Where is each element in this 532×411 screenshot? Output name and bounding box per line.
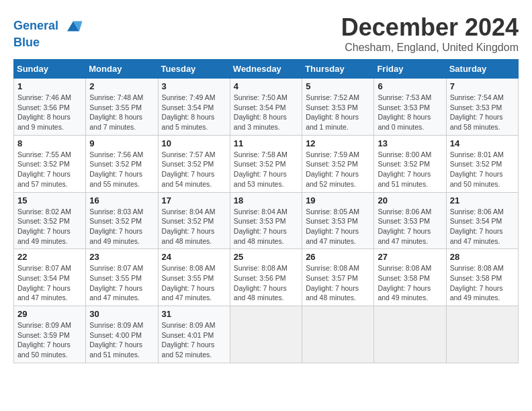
day-number: 7 <box>450 81 515 91</box>
logo-text: General <box>13 16 83 36</box>
calendar-day-cell: 2Sunrise: 7:48 AM Sunset: 3:55 PM Daylig… <box>86 79 158 136</box>
day-detail: Sunrise: 8:09 AM Sunset: 4:00 PM Dayligh… <box>89 320 154 360</box>
day-number: 21 <box>450 195 515 205</box>
calendar-day-cell: 17Sunrise: 8:04 AM Sunset: 3:52 PM Dayli… <box>158 192 230 249</box>
day-detail: Sunrise: 8:00 AM Sunset: 3:52 PM Dayligh… <box>378 150 442 189</box>
calendar-day-cell: 4Sunrise: 7:50 AM Sunset: 3:54 PM Daylig… <box>230 79 302 136</box>
day-detail: Sunrise: 8:07 AM Sunset: 3:54 PM Dayligh… <box>17 263 82 303</box>
day-detail: Sunrise: 7:54 AM Sunset: 3:53 PM Dayligh… <box>450 93 515 132</box>
day-number: 22 <box>17 252 82 262</box>
day-number: 1 <box>17 81 82 91</box>
day-detail: Sunrise: 7:48 AM Sunset: 3:55 PM Dayligh… <box>89 93 154 132</box>
day-number: 18 <box>234 195 298 205</box>
day-detail: Sunrise: 8:09 AM Sunset: 4:01 PM Dayligh… <box>162 320 226 360</box>
day-detail: Sunrise: 7:53 AM Sunset: 3:53 PM Dayligh… <box>378 93 442 132</box>
day-number: 25 <box>234 252 298 262</box>
day-detail: Sunrise: 8:06 AM Sunset: 3:53 PM Dayligh… <box>378 207 442 246</box>
calendar-day-cell: 6Sunrise: 7:53 AM Sunset: 3:53 PM Daylig… <box>374 79 446 136</box>
calendar-day-cell: 23Sunrise: 8:07 AM Sunset: 3:55 PM Dayli… <box>86 249 158 306</box>
day-detail: Sunrise: 7:50 AM Sunset: 3:54 PM Dayligh… <box>234 93 298 132</box>
calendar-day-cell: 19Sunrise: 8:05 AM Sunset: 3:53 PM Dayli… <box>302 192 374 249</box>
calendar-day-cell: 5Sunrise: 7:52 AM Sunset: 3:53 PM Daylig… <box>302 79 374 136</box>
day-detail: Sunrise: 8:08 AM Sunset: 3:57 PM Dayligh… <box>306 263 370 303</box>
calendar-day-cell: 1Sunrise: 7:46 AM Sunset: 3:56 PM Daylig… <box>14 79 86 136</box>
calendar-subtitle: Chesham, England, United Kingdom <box>341 42 519 54</box>
day-number: 23 <box>89 252 154 262</box>
calendar-day-cell: 8Sunrise: 7:55 AM Sunset: 3:52 PM Daylig… <box>14 135 86 192</box>
day-number: 10 <box>162 138 226 148</box>
day-detail: Sunrise: 8:02 AM Sunset: 3:52 PM Dayligh… <box>17 207 82 246</box>
calendar-day-cell: 15Sunrise: 8:02 AM Sunset: 3:52 PM Dayli… <box>14 192 86 249</box>
day-of-week-header: Saturday <box>446 60 518 79</box>
day-detail: Sunrise: 8:08 AM Sunset: 3:56 PM Dayligh… <box>234 263 298 303</box>
day-number: 19 <box>306 195 370 205</box>
day-detail: Sunrise: 7:56 AM Sunset: 3:52 PM Dayligh… <box>89 150 154 189</box>
header-row: SundayMondayTuesdayWednesdayThursdayFrid… <box>14 60 519 79</box>
calendar-day-cell: 27Sunrise: 8:08 AM Sunset: 3:58 PM Dayli… <box>374 249 446 306</box>
calendar-day-cell: 22Sunrise: 8:07 AM Sunset: 3:54 PM Dayli… <box>14 249 86 306</box>
day-number: 15 <box>17 195 82 205</box>
day-detail: Sunrise: 8:06 AM Sunset: 3:54 PM Dayligh… <box>450 207 515 246</box>
calendar-day-cell: 31Sunrise: 8:09 AM Sunset: 4:01 PM Dayli… <box>158 306 230 363</box>
calendar-day-cell: 3Sunrise: 7:49 AM Sunset: 3:54 PM Daylig… <box>158 79 230 136</box>
calendar-week-row: 15Sunrise: 8:02 AM Sunset: 3:52 PM Dayli… <box>14 192 519 249</box>
day-number: 5 <box>306 81 370 91</box>
calendar-week-row: 29Sunrise: 8:09 AM Sunset: 3:59 PM Dayli… <box>14 306 519 363</box>
day-detail: Sunrise: 7:46 AM Sunset: 3:56 PM Dayligh… <box>17 93 82 132</box>
day-number: 13 <box>378 138 442 148</box>
logo: General Blue <box>13 16 83 50</box>
calendar-day-cell: 26Sunrise: 8:08 AM Sunset: 3:57 PM Dayli… <box>302 249 374 306</box>
calendar-day-cell <box>374 306 446 363</box>
day-number: 14 <box>450 138 515 148</box>
calendar-day-cell: 16Sunrise: 8:03 AM Sunset: 3:52 PM Dayli… <box>86 192 158 249</box>
page-header: General Blue December 2024 Chesham, Engl… <box>13 13 519 54</box>
day-of-week-header: Thursday <box>302 60 374 79</box>
day-detail: Sunrise: 8:07 AM Sunset: 3:55 PM Dayligh… <box>89 263 154 303</box>
calendar-day-cell: 24Sunrise: 8:08 AM Sunset: 3:55 PM Dayli… <box>158 249 230 306</box>
day-number: 27 <box>378 252 442 262</box>
calendar-week-row: 22Sunrise: 8:07 AM Sunset: 3:54 PM Dayli… <box>14 249 519 306</box>
calendar-day-cell <box>446 306 518 363</box>
calendar-day-cell: 18Sunrise: 8:04 AM Sunset: 3:53 PM Dayli… <box>230 192 302 249</box>
day-detail: Sunrise: 8:08 AM Sunset: 3:55 PM Dayligh… <box>162 263 226 303</box>
day-of-week-header: Wednesday <box>230 60 302 79</box>
day-of-week-header: Sunday <box>14 60 86 79</box>
day-number: 12 <box>306 138 370 148</box>
calendar-day-cell: 9Sunrise: 7:56 AM Sunset: 3:52 PM Daylig… <box>86 135 158 192</box>
day-detail: Sunrise: 8:09 AM Sunset: 3:59 PM Dayligh… <box>17 320 82 360</box>
day-number: 4 <box>234 81 298 91</box>
day-number: 6 <box>378 81 442 91</box>
calendar-day-cell: 30Sunrise: 8:09 AM Sunset: 4:00 PM Dayli… <box>86 306 158 363</box>
calendar-day-cell: 7Sunrise: 7:54 AM Sunset: 3:53 PM Daylig… <box>446 79 518 136</box>
calendar-day-cell: 11Sunrise: 7:58 AM Sunset: 3:52 PM Dayli… <box>230 135 302 192</box>
day-number: 26 <box>306 252 370 262</box>
calendar-day-cell: 29Sunrise: 8:09 AM Sunset: 3:59 PM Dayli… <box>14 306 86 363</box>
calendar-day-cell <box>302 306 374 363</box>
day-of-week-header: Monday <box>86 60 158 79</box>
calendar-day-cell <box>230 306 302 363</box>
logo-blue: Blue <box>13 36 83 50</box>
day-number: 11 <box>234 138 298 148</box>
day-number: 2 <box>89 81 154 91</box>
day-detail: Sunrise: 7:59 AM Sunset: 3:52 PM Dayligh… <box>306 150 370 189</box>
day-detail: Sunrise: 8:03 AM Sunset: 3:52 PM Dayligh… <box>89 207 154 246</box>
day-detail: Sunrise: 8:08 AM Sunset: 3:58 PM Dayligh… <box>378 263 442 303</box>
day-detail: Sunrise: 7:57 AM Sunset: 3:52 PM Dayligh… <box>162 150 226 189</box>
calendar-day-cell: 25Sunrise: 8:08 AM Sunset: 3:56 PM Dayli… <box>230 249 302 306</box>
calendar-title: December 2024 <box>341 13 519 42</box>
calendar-day-cell: 10Sunrise: 7:57 AM Sunset: 3:52 PM Dayli… <box>158 135 230 192</box>
day-detail: Sunrise: 8:04 AM Sunset: 3:52 PM Dayligh… <box>162 207 226 246</box>
day-number: 28 <box>450 252 515 262</box>
day-detail: Sunrise: 8:08 AM Sunset: 3:58 PM Dayligh… <box>450 263 515 303</box>
calendar-week-row: 8Sunrise: 7:55 AM Sunset: 3:52 PM Daylig… <box>14 135 519 192</box>
day-detail: Sunrise: 7:55 AM Sunset: 3:52 PM Dayligh… <box>17 150 82 189</box>
day-detail: Sunrise: 8:01 AM Sunset: 3:52 PM Dayligh… <box>450 150 515 189</box>
day-detail: Sunrise: 8:04 AM Sunset: 3:53 PM Dayligh… <box>234 207 298 246</box>
day-of-week-header: Tuesday <box>158 60 230 79</box>
calendar-day-cell: 13Sunrise: 8:00 AM Sunset: 3:52 PM Dayli… <box>374 135 446 192</box>
day-detail: Sunrise: 7:58 AM Sunset: 3:52 PM Dayligh… <box>234 150 298 189</box>
calendar-table: SundayMondayTuesdayWednesdayThursdayFrid… <box>13 59 519 363</box>
day-number: 24 <box>162 252 226 262</box>
day-number: 29 <box>17 309 82 319</box>
day-number: 17 <box>162 195 226 205</box>
